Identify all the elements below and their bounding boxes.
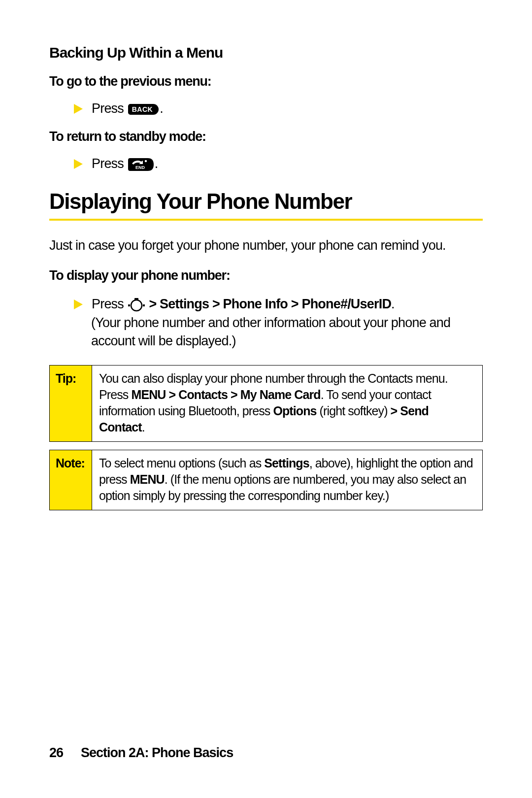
lead-standby-mode: To return to standby mode:: [49, 129, 483, 144]
lead-previous-menu: To go to the previous menu:: [49, 74, 483, 89]
manual-page: Backing Up Within a Menu To go to the pr…: [0, 0, 532, 798]
note-label: Note:: [50, 450, 92, 510]
step-press-end: Press END.: [74, 156, 483, 171]
step-text: Press END.: [92, 156, 158, 171]
note-callout: Note: To select menu options (such as Se…: [49, 450, 483, 510]
page-footer: 26Section 2A: Phone Basics: [49, 745, 233, 761]
nav-key-icon: [128, 298, 145, 312]
tip-label: Tip:: [50, 366, 92, 441]
subheading-backing-up: Backing Up Within a Menu: [49, 44, 483, 61]
intro-paragraph: Just in case you forget your phone numbe…: [49, 236, 483, 254]
tip-body: You can also display your phone number t…: [92, 366, 482, 441]
svg-rect-5: [143, 304, 145, 306]
arrow-bullet-icon: [74, 104, 83, 114]
press-label: Press: [92, 297, 127, 311]
back-key-icon: BACK: [128, 104, 159, 115]
svg-text:END: END: [135, 165, 145, 170]
svg-point-1: [145, 160, 147, 162]
svg-rect-3: [134, 298, 138, 300]
section-title: Section 2A: Phone Basics: [81, 745, 233, 760]
period: .: [160, 101, 163, 116]
page-number: 26: [49, 745, 63, 760]
menu-path: > Settings > Phone Info > Phone#/UserID: [149, 297, 391, 311]
step-display-number: Press > Settings > Phone Info > Phone#/U…: [74, 295, 483, 350]
period: .: [391, 297, 395, 311]
arrow-bullet-icon: [74, 299, 83, 309]
step-text: Press BACK.: [92, 101, 163, 116]
lead-display-number: To display your phone number:: [49, 268, 483, 283]
step-press-back: Press BACK.: [74, 101, 483, 116]
svg-point-2: [131, 300, 142, 311]
svg-rect-4: [128, 304, 130, 306]
step-note: (Your phone number and other information…: [91, 314, 483, 351]
tip-callout: Tip: You can also display your phone num…: [49, 365, 483, 442]
step-line: Press > Settings > Phone Info > Phone#/U…: [92, 295, 395, 313]
heading-displaying-number: Displaying Your Phone Number: [49, 189, 483, 221]
note-body: To select menu options (such as Settings…: [92, 450, 482, 510]
end-key-icon: END: [128, 158, 154, 171]
period: .: [155, 156, 158, 171]
arrow-bullet-icon: [74, 159, 83, 169]
press-label: Press: [92, 156, 127, 171]
press-label: Press: [92, 101, 127, 116]
